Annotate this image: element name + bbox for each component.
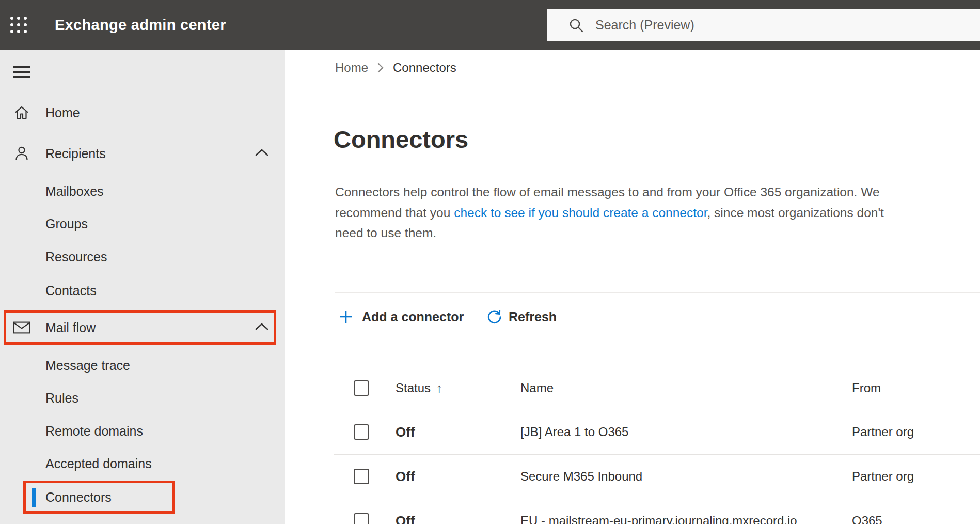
annotation-box-mail-flow xyxy=(4,310,276,345)
row-checkbox[interactable] xyxy=(354,424,369,440)
add-connector-button[interactable]: Add a connector xyxy=(339,302,464,331)
exchange-admin-center-window: Exchange admin center Home Rec xyxy=(0,0,980,524)
toolbar-divider xyxy=(335,292,980,293)
table-row[interactable]: Off [JB] Area 1 to O365 Partner org xyxy=(0,410,980,454)
page-title: Connectors xyxy=(334,125,468,153)
sidebar-item-contacts[interactable]: Contacts xyxy=(0,274,285,307)
chevron-right-icon xyxy=(377,62,384,73)
sidebar-item-groups[interactable]: Groups xyxy=(0,207,285,240)
breadcrumb-home-link[interactable]: Home xyxy=(335,60,368,75)
column-header-from[interactable]: From xyxy=(852,381,881,395)
row-checkbox[interactable] xyxy=(354,469,369,484)
annotation-box-connectors xyxy=(23,481,175,514)
hamburger-menu-icon[interactable] xyxy=(13,66,30,78)
app-launcher-waffle-icon[interactable] xyxy=(10,17,31,35)
global-search-box[interactable] xyxy=(547,9,980,41)
column-header-name[interactable]: Name xyxy=(520,381,554,395)
search-input[interactable] xyxy=(595,18,905,33)
breadcrumb-current: Connectors xyxy=(393,60,456,75)
page-description: Connectors help control the flow of emai… xyxy=(335,182,975,243)
sort-ascending-icon[interactable]: ↑ xyxy=(436,381,442,395)
column-header-status[interactable]: Status xyxy=(396,381,431,395)
row-checkbox[interactable] xyxy=(354,513,369,524)
select-all-checkbox[interactable] xyxy=(354,380,369,396)
chevron-up-icon[interactable] xyxy=(255,148,269,159)
refresh-icon xyxy=(486,309,503,326)
sidebar-item-recipients[interactable]: Recipients xyxy=(0,137,285,170)
table-header-row: Status ↑ Name From xyxy=(0,373,980,403)
app-title: Exchange admin center xyxy=(55,0,226,50)
refresh-button[interactable]: Refresh xyxy=(486,302,557,331)
plus-icon xyxy=(339,310,353,324)
create-connector-check-link[interactable]: check to see if you should create a conn… xyxy=(454,206,707,220)
top-app-bar: Exchange admin center xyxy=(0,0,980,50)
person-icon xyxy=(13,145,30,162)
search-icon xyxy=(568,18,584,33)
sidebar-item-home[interactable]: Home xyxy=(0,96,285,129)
sidebar-item-resources[interactable]: Resources xyxy=(0,240,285,273)
sidebar-item-mailboxes[interactable]: Mailboxes xyxy=(0,175,285,208)
selected-item-indicator xyxy=(32,488,36,507)
home-icon xyxy=(13,104,30,121)
breadcrumb: Home Connectors xyxy=(335,60,456,75)
